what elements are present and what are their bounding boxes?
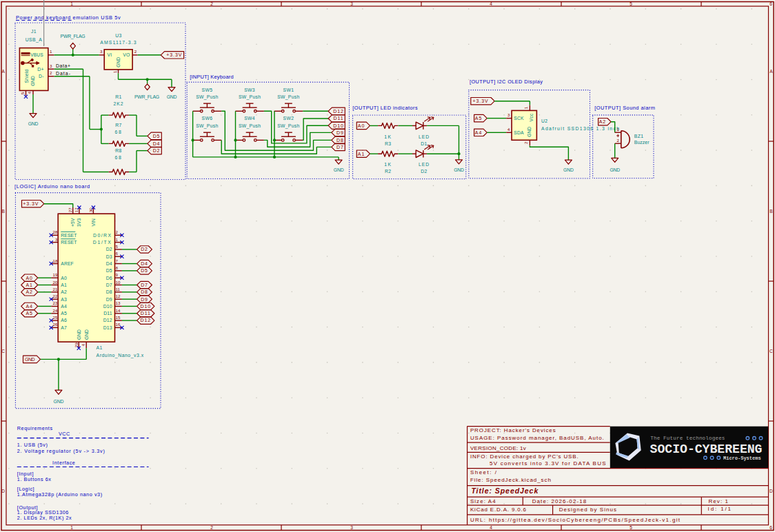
svg-text:1K: 1K [384, 162, 392, 167]
svg-text:A1: A1 [97, 345, 103, 350]
svg-text:Arduino_Nano_v3.x: Arduino_Nano_v3.x [97, 353, 144, 358]
svg-text:1: 1 [617, 127, 620, 132]
svg-text:D2: D2 [153, 148, 161, 153]
svg-text:Adafruit SSD1306 1.3 inch: Adafruit SSD1306 1.3 inch [541, 126, 620, 131]
svg-text:D8: D8 [106, 289, 112, 294]
svg-text:A3: A3 [61, 297, 67, 302]
svg-text:USAGE: Password manager, BadUS: USAGE: Password manager, BadUSB, Auto. [470, 435, 605, 441]
svg-text:D11: D11 [141, 311, 151, 316]
svg-text:7: 7 [116, 258, 119, 263]
svg-text:D0/RX: D0/RX [93, 233, 112, 238]
svg-text:2: 2 [617, 138, 620, 143]
svg-text:2. LEDs 2x, R(1K) 2x: 2. LEDs 2x, R(1K) 2x [17, 515, 72, 521]
svg-text:D4: D4 [141, 261, 148, 266]
svg-text:1. Buttons 6x: 1. Buttons 6x [17, 476, 52, 482]
svg-text:U3: U3 [115, 33, 121, 38]
svg-text:D2: D2 [106, 247, 112, 252]
svg-text:D7: D7 [336, 145, 344, 150]
svg-text:C: C [1, 349, 5, 354]
svg-text:4: 4 [27, 92, 32, 94]
svg-text:D11: D11 [334, 116, 344, 121]
svg-text:[OUTPUT] I2C OLED Display: [OUTPUT] I2C OLED Display [470, 79, 543, 85]
svg-text:D2: D2 [141, 247, 148, 252]
svg-text:D3: D3 [106, 254, 112, 259]
svg-text:4: 4 [490, 1, 492, 6]
svg-text:D4: D4 [153, 141, 161, 146]
svg-text:SCK: SCK [514, 116, 524, 121]
svg-text:D13: D13 [103, 325, 112, 330]
svg-text:24: 24 [53, 308, 58, 313]
svg-text:A0: A0 [358, 123, 365, 128]
svg-text:A2: A2 [599, 119, 606, 124]
svg-text:A0: A0 [26, 276, 33, 280]
svg-text:SW_Push: SW_Push [196, 94, 218, 100]
svg-text:GND: GND [116, 57, 121, 68]
svg-text:1.Atmega328p (Arduino nano v3): 1.Atmega328p (Arduino nano v3) [17, 491, 103, 498]
svg-text:D1: D1 [421, 141, 427, 146]
svg-text:Data+: Data+ [56, 63, 71, 68]
svg-text:A5: A5 [26, 311, 33, 316]
svg-text:A4: A4 [26, 304, 33, 309]
svg-text:R3: R3 [385, 141, 391, 146]
svg-text:[INPUT] Keyboard: [INPUT] Keyboard [190, 74, 234, 80]
svg-text:A7: A7 [61, 325, 67, 330]
svg-text:PROJECT: Hacker's Devices: PROJECT: Hacker's Devices [470, 427, 556, 433]
svg-text:GND: GND [563, 167, 574, 172]
svg-text:SOCIO-CYBEREENG: SOCIO-CYBEREENG [650, 442, 763, 456]
svg-text:Size: A4: Size: A4 [470, 498, 496, 504]
svg-text:A5: A5 [61, 311, 67, 316]
svg-text:20: 20 [53, 280, 58, 285]
svg-text:Buzzer: Buzzer [634, 140, 650, 145]
svg-text:D9: D9 [141, 297, 148, 302]
svg-text:21: 21 [53, 287, 58, 291]
svg-text:File: SpeedJeck.kicad_sch: File: SpeedJeck.kicad_sch [470, 477, 552, 483]
svg-text:28: 28 [53, 229, 58, 234]
svg-text:Shield: Shield [24, 69, 29, 83]
svg-text:3: 3 [55, 237, 58, 242]
svg-text:5: 5 [116, 244, 119, 249]
svg-text:3: 3 [350, 1, 353, 6]
svg-text:GND: GND [30, 76, 35, 86]
svg-text:GND: GND [28, 121, 39, 126]
svg-text:Date: 2026-02-18: Date: 2026-02-18 [532, 498, 587, 504]
svg-text:D2: D2 [421, 169, 427, 174]
svg-text:5: 5 [20, 92, 25, 94]
svg-text:BZ1: BZ1 [634, 134, 644, 139]
svg-text:VO: VO [123, 52, 130, 57]
svg-text:15: 15 [116, 315, 121, 320]
svg-text:A2: A2 [26, 289, 33, 294]
svg-text:3: 3 [50, 63, 52, 68]
svg-text:2: 2 [210, 1, 213, 6]
svg-text:VIN: VIN [91, 218, 96, 227]
svg-text:URL: https://gittea.dev/SocioC: URL: https://gittea.dev/SocioCybereeng/P… [470, 517, 681, 523]
svg-text:SW4: SW4 [244, 116, 255, 121]
svg-text:1: 1 [116, 237, 119, 242]
svg-text:2: 2 [50, 70, 52, 75]
svg-text:D7: D7 [141, 283, 148, 287]
svg-text:R8: R8 [115, 148, 121, 153]
svg-text:Sheet: /: Sheet: / [470, 469, 498, 475]
svg-text:26: 26 [53, 322, 58, 327]
svg-text:Requirements: Requirements [17, 425, 53, 431]
svg-text:D6: D6 [106, 276, 112, 280]
svg-text:23: 23 [53, 300, 58, 305]
svg-text:6: 6 [769, 1, 772, 6]
svg-text:GND: GND [25, 357, 35, 362]
svg-text:A1: A1 [358, 152, 365, 156]
svg-text:SW_Push: SW_Push [277, 94, 299, 100]
svg-text:R2: R2 [385, 169, 391, 174]
svg-text:68: 68 [115, 130, 123, 134]
svg-text:9: 9 [116, 272, 119, 277]
svg-text:Title: SpeedJeck: Title: SpeedJeck [471, 487, 539, 495]
svg-text:13: 13 [116, 300, 121, 305]
svg-text:19: 19 [53, 272, 58, 277]
svg-text:Micro-Systems: Micro-Systems [723, 456, 761, 461]
svg-text:R1: R1 [115, 94, 121, 99]
svg-text:4: 4 [81, 344, 86, 347]
svg-text:1: 1 [70, 525, 73, 530]
svg-text:R7: R7 [115, 123, 121, 127]
svg-text:GND: GND [54, 399, 64, 404]
svg-text:+3.3V: +3.3V [166, 52, 182, 57]
svg-text:GND: GND [610, 167, 620, 172]
svg-text:D: D [769, 489, 773, 493]
